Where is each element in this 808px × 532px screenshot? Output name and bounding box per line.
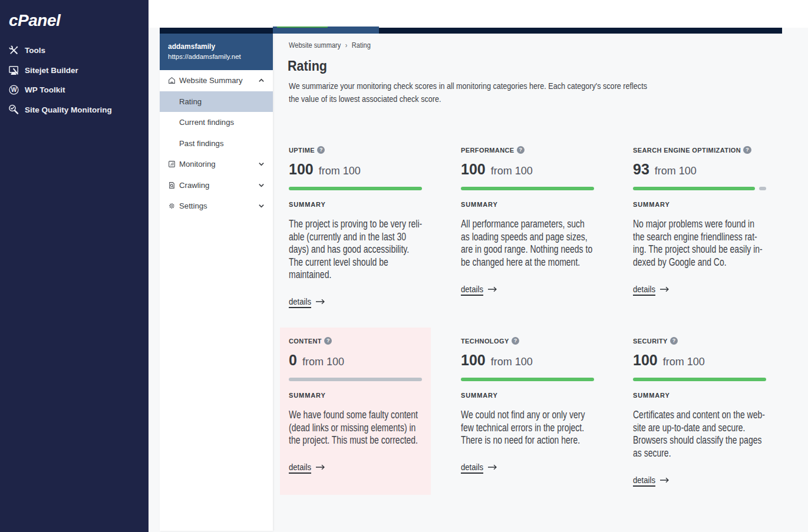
svg-text:W: W	[11, 87, 17, 93]
